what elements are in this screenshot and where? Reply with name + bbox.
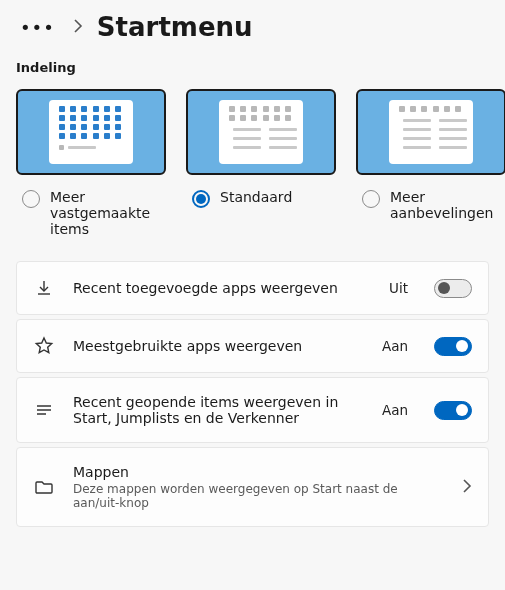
chevron-right-icon xyxy=(462,478,472,497)
setting-most-used[interactable]: Meestgebruikte apps weergeven Aan xyxy=(16,319,489,373)
folder-icon xyxy=(33,477,55,497)
setting-recent-items[interactable]: Recent geopende items weergeven in Start… xyxy=(16,377,489,443)
setting-recent-apps[interactable]: Recent toegevoegde apps weergeven Uit xyxy=(16,261,489,315)
layout-option-label: Standaard xyxy=(220,189,292,205)
setting-title: Recent geopende items weergeven in Start… xyxy=(73,394,364,426)
radio-icon xyxy=(362,190,380,208)
radio-icon xyxy=(192,190,210,208)
setting-state-label: Uit xyxy=(389,280,408,296)
setting-subtitle: Deze mappen worden weergegeven op Start … xyxy=(73,482,438,510)
setting-folders[interactable]: Mappen Deze mappen worden weergegeven op… xyxy=(16,447,489,527)
layout-options: Meer vastgemaakte items Standaard Meer a… xyxy=(16,89,489,237)
breadcrumb: ••• Startmenu xyxy=(16,12,489,42)
radio-icon xyxy=(22,190,40,208)
chevron-right-icon xyxy=(73,18,83,37)
setting-state-label: Aan xyxy=(382,338,408,354)
breadcrumb-more-icon[interactable]: ••• xyxy=(16,15,59,40)
layout-option-label: Meer vastgemaakte items xyxy=(50,189,166,237)
setting-title: Mappen xyxy=(73,464,438,480)
toggle-on[interactable] xyxy=(434,401,472,420)
star-icon xyxy=(33,336,55,356)
toggle-on[interactable] xyxy=(434,337,472,356)
layout-option-label: Meer aanbevelingen xyxy=(390,189,505,221)
download-icon xyxy=(33,278,55,298)
layout-section-label: Indeling xyxy=(16,60,489,75)
setting-state-label: Aan xyxy=(382,402,408,418)
settings-list: Recent toegevoegde apps weergeven Uit Me… xyxy=(16,261,489,527)
list-icon xyxy=(33,400,55,420)
toggle-off[interactable] xyxy=(434,279,472,298)
setting-title: Meestgebruikte apps weergeven xyxy=(73,338,364,354)
layout-option-more-recommendations[interactable]: Meer aanbevelingen xyxy=(356,89,505,237)
layout-option-standard[interactable]: Standaard xyxy=(186,89,336,237)
layout-thumb-more-recommendations xyxy=(356,89,505,175)
setting-title: Recent toegevoegde apps weergeven xyxy=(73,280,371,296)
layout-thumb-standard xyxy=(186,89,336,175)
layout-thumb-more-pinned xyxy=(16,89,166,175)
layout-option-more-pinned[interactable]: Meer vastgemaakte items xyxy=(16,89,166,237)
page-title: Startmenu xyxy=(97,12,253,42)
